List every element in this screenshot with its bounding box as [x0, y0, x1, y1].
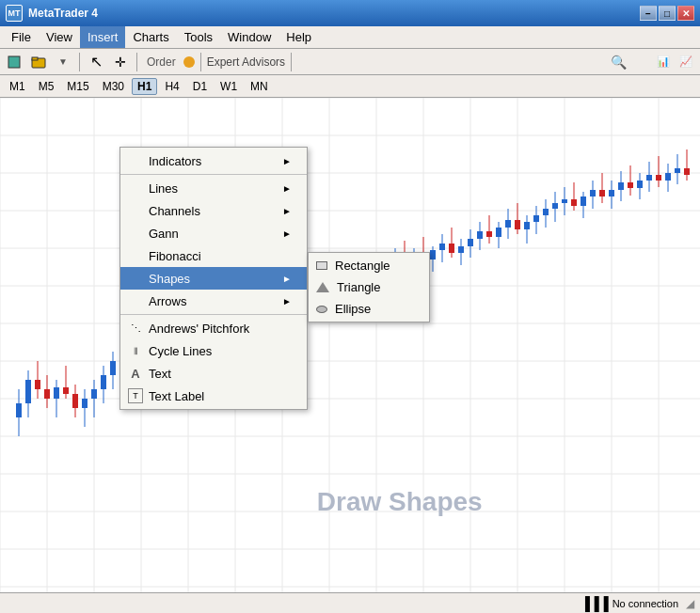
arrows-icon: [128, 293, 143, 308]
textlabel-icon: T: [128, 388, 143, 403]
cyclelines-icon: ⦀: [128, 343, 143, 358]
menu-tools[interactable]: Tools: [177, 26, 220, 48]
toolbar-crosshair[interactable]: ✛: [110, 52, 131, 72]
menu-fibonacci[interactable]: Fibonacci: [120, 244, 307, 267]
chart-canvas: [0, 98, 700, 592]
tf-d1[interactable]: D1: [187, 78, 213, 95]
toolbar-cursor[interactable]: ↖: [86, 52, 106, 72]
order-icon: [183, 56, 195, 68]
maximize-button[interactable]: □: [659, 6, 676, 21]
sep4: [291, 53, 292, 71]
menu-pitchfork[interactable]: ⋱ Andrews' Pitchfork: [120, 317, 307, 339]
resize-handle-icon: ◢: [686, 597, 694, 610]
menu-channels[interactable]: Channels ►: [120, 199, 307, 222]
menu-window[interactable]: Window: [220, 26, 278, 48]
toolbar-chart2[interactable]: 📈: [676, 52, 696, 72]
menu-file[interactable]: File: [4, 26, 39, 48]
triangle-icon: [316, 282, 329, 292]
menu-charts[interactable]: Charts: [125, 26, 176, 48]
tf-m1[interactable]: M1: [4, 78, 31, 95]
minimize-button[interactable]: −: [640, 6, 657, 21]
toolbar-extra[interactable]: ▼: [53, 52, 73, 72]
window-controls: − □ ✕: [640, 6, 694, 21]
status-bar: ▐▐▐ No connection ◢: [0, 592, 700, 613]
toolbar-chart1[interactable]: 📊: [653, 52, 674, 72]
toolbar-zoomin[interactable]: 🔍: [608, 52, 628, 72]
channels-icon: [128, 203, 143, 218]
chart-area: Draw Shapes Indicators ► Lines ► Channel…: [0, 98, 700, 592]
menu-shapes[interactable]: Shapes ►: [120, 267, 307, 290]
order-label: Order: [147, 55, 176, 69]
tf-m5[interactable]: M5: [33, 78, 60, 95]
connection-label: No connection: [612, 598, 678, 609]
connection-status: ▐▐▐ No connection: [581, 596, 678, 611]
fibonacci-icon: [128, 248, 143, 263]
sep3: [200, 53, 201, 71]
menu-cyclelines[interactable]: ⦀ Cycle Lines: [120, 339, 307, 362]
svg-rect-2: [32, 57, 38, 60]
tf-m15[interactable]: M15: [61, 78, 94, 95]
menu-insert[interactable]: Insert: [80, 26, 126, 48]
tf-m30[interactable]: M30: [97, 78, 130, 95]
insert-dropdown: Indicators ► Lines ► Channels ► Gann: [119, 147, 308, 410]
lines-icon: [128, 181, 143, 196]
insert-menu: Indicators ► Lines ► Channels ► Gann: [119, 147, 308, 410]
divider-2: [120, 314, 307, 315]
svg-rect-0: [8, 56, 20, 68]
toolbar-open[interactable]: [28, 52, 49, 72]
shape-ellipse[interactable]: Ellipse: [309, 298, 429, 320]
menu-indicators[interactable]: Indicators ►: [120, 149, 307, 172]
menu-arrows[interactable]: Arrows ►: [120, 290, 307, 312]
close-button[interactable]: ✕: [677, 6, 694, 21]
shape-rectangle[interactable]: Rectangle: [309, 255, 429, 276]
sep2: [136, 53, 137, 71]
app-icon: MT: [6, 5, 23, 22]
tf-w1[interactable]: W1: [215, 78, 243, 95]
timeframe-bar: M1 M5 M15 M30 H1 H4 D1 W1 MN: [0, 75, 700, 98]
tf-mn[interactable]: MN: [245, 78, 274, 95]
ellipse-icon: [316, 306, 327, 313]
title-bar: MT MetaTrader 4 − □ ✕: [0, 0, 700, 26]
toolbar-zoomout[interactable]: [630, 52, 651, 72]
toolbar-main: ▼ ↖ ✛ Order Expert Advisors 🔍 📊 📈: [0, 49, 700, 75]
menu-text[interactable]: A Text: [120, 362, 307, 385]
shapes-icon: [128, 271, 143, 286]
menu-help[interactable]: Help: [278, 26, 319, 48]
tf-h4[interactable]: H4: [159, 78, 184, 95]
gann-icon: [128, 226, 143, 241]
menu-view[interactable]: View: [39, 26, 80, 48]
tf-h1[interactable]: H1: [132, 78, 157, 95]
menu-bar: File View Insert Charts Tools Window Hel…: [0, 26, 700, 49]
menu-textlabel[interactable]: T Text Label: [120, 385, 307, 407]
shapes-submenu: Rectangle Triangle Ellipse: [308, 252, 430, 322]
pitchfork-icon: ⋱: [128, 321, 143, 336]
shape-triangle[interactable]: Triangle: [309, 276, 429, 298]
connection-bars-icon: ▐▐▐: [581, 596, 609, 611]
expert-advisors-label: Expert Advisors: [207, 55, 285, 69]
window-title: MetaTrader 4: [28, 7, 98, 20]
rectangle-icon: [316, 261, 327, 270]
menu-lines[interactable]: Lines ►: [120, 177, 307, 199]
sep1: [79, 53, 80, 71]
menu-gann[interactable]: Gann ►: [120, 222, 307, 244]
indicators-icon: [128, 153, 143, 168]
divider-1: [120, 174, 307, 175]
toolbar-new[interactable]: [4, 52, 24, 72]
text-A-icon: A: [128, 366, 143, 381]
